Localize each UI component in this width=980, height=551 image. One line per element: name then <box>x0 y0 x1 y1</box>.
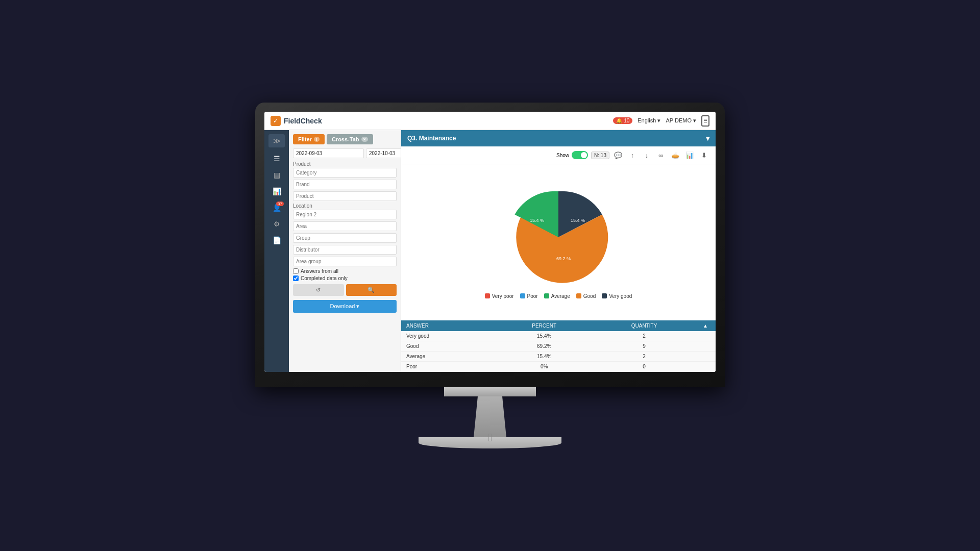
qty-very-good: 2 <box>593 331 695 341</box>
app-name: FieldCheck <box>284 117 322 125</box>
language-selector[interactable]: English ▾ <box>638 117 660 124</box>
monitor-container: ✓ FieldCheck 🔔 10 English ▾ AP DEMO ▾ <box>255 103 725 448</box>
users-badge: 37 <box>276 202 284 206</box>
good-percent-label: 69.2 % <box>556 256 571 261</box>
good-dot <box>576 293 581 298</box>
crosstab-tab-badge: × <box>361 137 368 142</box>
qty-good: 9 <box>593 341 695 352</box>
distributor-input[interactable] <box>293 245 397 255</box>
comment-icon[interactable]: 💬 <box>612 149 624 161</box>
data-table-wrapper: ANSWER PERCENT QUANTITY ▲ <box>401 320 716 372</box>
legend-average: Average <box>544 293 570 299</box>
bar-chart-icon[interactable]: 📊 <box>684 149 695 161</box>
legend-good: Good <box>576 293 596 299</box>
region-input[interactable] <box>293 210 397 219</box>
col-percent: PERCENT <box>495 320 593 331</box>
brand-input[interactable] <box>293 180 397 189</box>
average-dot <box>544 293 549 298</box>
answer-average: Average <box>401 352 495 362</box>
very-good-dot <box>602 293 607 298</box>
user-menu[interactable]: AP DEMO ▾ <box>666 117 696 124</box>
filter-tab-badge: ! <box>314 137 320 142</box>
answers-from-all-checkbox[interactable] <box>293 268 299 274</box>
show-toggle: Show <box>556 151 588 159</box>
tab-filter[interactable]: Filter ! <box>293 134 325 144</box>
table-row: Very good 15.4% 2 <box>401 331 716 341</box>
sort-desc-icon[interactable]: ↓ <box>641 149 652 161</box>
content-header: Q3. Maintenance ▾ <box>401 130 716 146</box>
tab-crosstab[interactable]: Cross-Tab × <box>327 134 373 144</box>
crosstab-tab-label: Cross-Tab <box>332 136 359 142</box>
poor-legend-label: Poor <box>527 293 538 299</box>
filter-tab-label: Filter <box>298 136 312 142</box>
percent-poor: 0% <box>495 362 593 372</box>
percent-average: 15.4% <box>495 352 593 362</box>
good-legend-label: Good <box>583 293 596 299</box>
completed-data-checkbox[interactable] <box>293 276 299 281</box>
apple-logo:  <box>488 431 492 444</box>
legend-very-good: Very good <box>602 293 632 299</box>
legend-very-poor: Very poor <box>485 293 514 299</box>
monitor-stand-base:  <box>419 437 561 448</box>
poor-dot <box>520 293 525 298</box>
answers-from-all-row: Answers from all <box>293 268 397 274</box>
table-row: Good 69.2% 9 <box>401 341 716 352</box>
col-answer: ANSWER <box>401 320 495 331</box>
notif-count: 10 <box>624 118 629 123</box>
sidebar-item-reports[interactable]: ▤ <box>268 168 285 182</box>
pie-chart-icon[interactable]: 🥧 <box>670 149 681 161</box>
date-to-input[interactable] <box>366 148 401 158</box>
category-input[interactable] <box>293 168 397 178</box>
download-button[interactable]: Download ▾ <box>293 300 397 313</box>
legend-poor: Poor <box>520 293 538 299</box>
filter-actions: ↺ 🔍 <box>293 284 397 296</box>
mobile-icon <box>701 115 709 127</box>
sidebar-item-docs[interactable]: 📄 <box>268 233 285 247</box>
chevron-down-icon[interactable]: ▾ <box>706 134 709 142</box>
group-input[interactable] <box>293 233 397 243</box>
n-badge: N: 13 <box>591 152 609 159</box>
very-poor-legend-label: Very poor <box>492 293 514 299</box>
notification-badge[interactable]: 🔔 10 <box>613 117 632 124</box>
very-good-percent-label: 15.4 % <box>571 218 585 223</box>
answer-poor: Poor <box>401 362 495 372</box>
sidebar-item-users[interactable]: 👤 37 <box>268 201 285 215</box>
answer-good: Good <box>401 341 495 352</box>
search-button[interactable]: 🔍 <box>346 284 397 296</box>
download-label: Download ▾ <box>330 303 360 310</box>
download-chart-icon[interactable]: ⬇ <box>698 149 709 161</box>
area-input[interactable] <box>293 221 397 231</box>
sidebar-item-settings[interactable]: ⚙ <box>268 217 285 231</box>
answers-from-all-label: Answers from all <box>301 268 338 274</box>
area-group-input[interactable] <box>293 257 397 266</box>
location-section-label: Location <box>293 203 397 209</box>
completed-data-row: Completed data only <box>293 276 397 281</box>
data-table: ANSWER PERCENT QUANTITY ▲ <box>401 320 716 372</box>
product-input[interactable] <box>293 191 397 201</box>
filter-tabs: Filter ! Cross-Tab × <box>293 134 397 144</box>
app-wrapper: ✓ FieldCheck 🔔 10 English ▾ AP DEMO ▾ <box>264 112 716 372</box>
monitor-screen: ✓ FieldCheck 🔔 10 English ▾ AP DEMO ▾ <box>264 112 716 372</box>
sidebar-item-dashboard[interactable]: ☰ <box>268 152 285 166</box>
date-range <box>293 148 397 158</box>
chart-legend: Very poor Poor Average <box>485 293 632 299</box>
sort-asc-icon[interactable]: ↑ <box>627 149 638 161</box>
scroll-up-button[interactable]: ▲ <box>700 323 710 329</box>
sidebar: ≫ ☰ ▤ 📊 👤 37 ⚙ 📄 <box>264 130 289 372</box>
sidebar-item-analytics[interactable]: 📊 <box>268 184 285 198</box>
table-row: Average 15.4% 2 <box>401 352 716 362</box>
sidebar-collapse-button[interactable]: ≫ <box>268 134 285 147</box>
main-area: ≫ ☰ ▤ 📊 👤 37 ⚙ 📄 <box>264 130 716 372</box>
pie-chart-svg: 15.4 % 69.2 % 15.4 % <box>507 186 609 288</box>
nav-right: 🔔 10 English ▾ AP DEMO ▾ <box>613 115 709 127</box>
monitor-bezel: ✓ FieldCheck 🔔 10 English ▾ AP DEMO ▾ <box>255 103 725 387</box>
infinity-icon[interactable]: ∞ <box>655 149 667 161</box>
very-good-legend-label: Very good <box>609 293 632 299</box>
monitor-stand-top <box>444 387 536 396</box>
show-toggle-pill[interactable] <box>572 151 588 159</box>
bell-icon: 🔔 <box>616 118 622 123</box>
date-from-input[interactable] <box>293 148 364 158</box>
reset-button[interactable]: ↺ <box>293 284 344 296</box>
brand-logo: ✓ FieldCheck <box>271 116 322 126</box>
very-poor-dot <box>485 293 490 298</box>
